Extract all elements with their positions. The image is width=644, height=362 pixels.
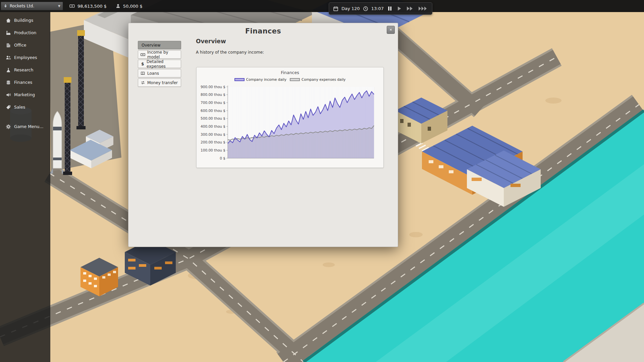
chart-plot: 0 $100.00 thou $200.00 thou $300.00 thou… (197, 67, 383, 168)
clock-icon (363, 6, 368, 11)
company-name: Rockets Ltd. (10, 4, 34, 8)
cash-value: 98,613,500 $ (77, 4, 107, 9)
fast-forward-icon (407, 6, 413, 11)
company-selector[interactable]: Rockets Ltd. ▼ (1, 2, 63, 10)
sidebar-item-buildings[interactable]: Buildings (0, 14, 50, 26)
sidebar: Buildings Production Office Employees Re… (0, 12, 50, 362)
svg-text:600.00 thou $: 600.00 thou $ (201, 109, 225, 113)
pause-button[interactable] (387, 5, 393, 12)
svg-text:200.00 thou $: 200.00 thou $ (201, 140, 225, 144)
sidebar-item-research[interactable]: Research (0, 64, 50, 76)
chevron-down-icon: ▼ (58, 4, 60, 8)
research-icon (5, 67, 11, 73)
svg-text:300.00 thou $: 300.00 thou $ (201, 132, 225, 136)
finances-chart: Finances Company income dailyCompany exp… (196, 67, 384, 168)
employees-icon (5, 55, 11, 60)
buildings-icon (5, 17, 11, 23)
sidebar-item-label: Employees (14, 55, 37, 60)
svg-text:500.00 thou $: 500.00 thou $ (201, 116, 225, 120)
svg-text:700.00 thou $: 700.00 thou $ (201, 101, 225, 105)
close-icon: × (389, 27, 392, 32)
fastest-forward-icon (418, 6, 427, 11)
sidebar-item-employees[interactable]: Employees (0, 51, 50, 64)
finances-tabs: Overview Income by model $ Detailed expe… (138, 41, 181, 87)
calendar-icon (333, 6, 338, 11)
sidebar-item-label: Production (14, 30, 37, 35)
sidebar-item-label: Game Menu... (14, 124, 43, 129)
svg-text:0 $: 0 $ (220, 156, 225, 160)
sidebar-item-office[interactable]: Office (0, 39, 50, 51)
svg-text:800.00 thou $: 800.00 thou $ (201, 93, 225, 97)
sidebar-item-finances[interactable]: Finances (0, 76, 50, 88)
section-description: A history of the company income: (196, 50, 264, 55)
sidebar-item-label: Sales (14, 105, 25, 110)
play-button[interactable] (396, 5, 402, 12)
tab-income-by-model[interactable]: Income by model (138, 50, 181, 59)
banknote-icon (141, 52, 145, 57)
sidebar-item-label: Buildings (14, 18, 33, 23)
close-button[interactable]: × (387, 26, 395, 34)
payroll-stat: 50,000 $ (115, 3, 143, 9)
tab-label: Loans (147, 71, 159, 76)
svg-text:900.00 thou $: 900.00 thou $ (201, 85, 225, 89)
sidebar-item-label: Finances (14, 80, 32, 85)
top-bar: Rockets Ltd. ▼ 98,613,500 $ 50,000 $ (0, 0, 644, 12)
play-icon (397, 6, 401, 11)
svg-text:400.00 thou $: 400.00 thou $ (201, 124, 225, 128)
sidebar-item-sales[interactable]: Sales (0, 101, 50, 113)
sidebar-item-label: Marketing (14, 92, 35, 97)
tab-overview[interactable]: Overview (138, 41, 181, 49)
sidebar-item-production[interactable]: Production (0, 26, 50, 39)
cash-stat: 98,613,500 $ (69, 3, 107, 9)
sidebar-item-label: Research (14, 67, 33, 72)
person-icon (115, 3, 121, 9)
finances-icon (5, 79, 11, 85)
tab-label: Income by model (147, 50, 179, 59)
tab-detailed-expenses[interactable]: $ Detailed expenses (138, 60, 181, 68)
clock-label: 13:07 (371, 6, 384, 11)
finances-dialog: Finances × Overview Income by model $ De… (128, 23, 398, 247)
gear-icon (5, 124, 11, 129)
sidebar-item-game-menu[interactable]: Game Menu... (0, 120, 50, 133)
sales-icon (5, 104, 11, 110)
tab-label: Overview (141, 43, 161, 48)
dialog-title: Finances (128, 27, 398, 35)
transfer-icon (141, 80, 145, 85)
svg-text:100.00 thou $: 100.00 thou $ (201, 148, 225, 152)
tab-label: Detailed expenses (147, 59, 179, 69)
rocket-icon (3, 4, 8, 8)
sidebar-item-marketing[interactable]: Marketing (0, 88, 50, 101)
section-title: Overview (196, 38, 226, 45)
tab-loans[interactable]: Loans (138, 69, 181, 77)
sidebar-item-label: Office (14, 43, 26, 48)
tab-label: Money transfer (147, 80, 178, 85)
fastest-forward-button[interactable] (417, 5, 428, 12)
time-panel: Day 120 13:07 (329, 2, 432, 15)
dollar-icon: $ (141, 62, 145, 66)
production-icon (5, 30, 11, 36)
tab-money-transfer[interactable]: Money transfer (138, 78, 181, 87)
loans-icon (141, 71, 145, 76)
fast-forward-button[interactable] (406, 5, 414, 12)
marketing-icon (5, 92, 11, 98)
payroll-value: 50,000 $ (123, 4, 143, 9)
office-icon (5, 42, 11, 48)
app-root: Rockets Ltd. ▼ 98,613,500 $ 50,000 $ Day… (0, 0, 644, 362)
money-icon (69, 3, 75, 9)
day-label: Day 120 (341, 6, 360, 11)
pause-icon (388, 6, 392, 11)
